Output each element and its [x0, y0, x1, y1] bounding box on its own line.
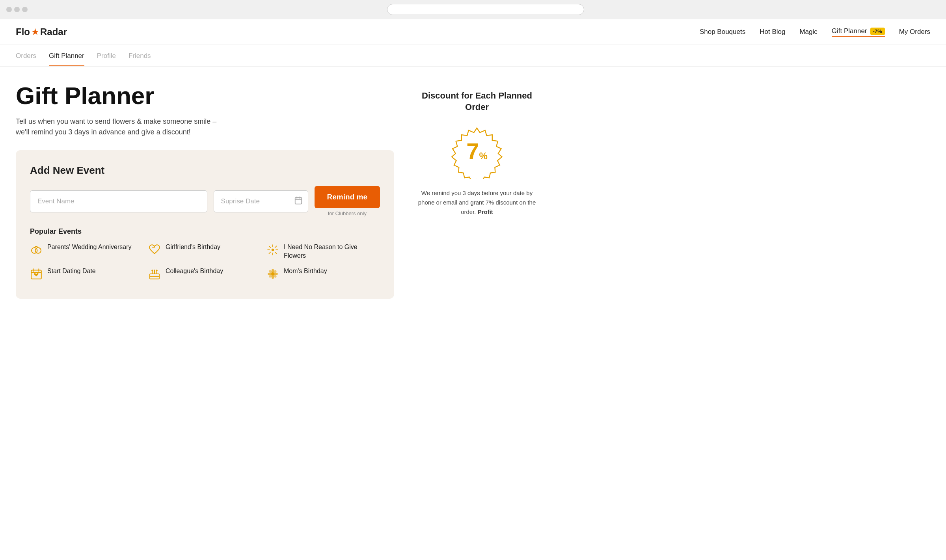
svg-line-14 — [269, 252, 270, 254]
popular-item-girlfriend-birthday[interactable]: Girlfriend's Birthday — [148, 243, 262, 260]
badge-number: 7 — [466, 140, 479, 163]
nav-shop-bouquets[interactable]: Shop Bouquets — [700, 28, 745, 36]
logo[interactable]: Flo ★ Radar — [16, 26, 67, 37]
svg-line-12 — [275, 252, 277, 254]
popular-label-start-dating: Start Dating Date — [47, 267, 96, 275]
date-input[interactable] — [214, 190, 308, 212]
browser-dot-2 — [14, 7, 20, 12]
popular-label-parents-wedding: Parents' Wedding Anniversary — [47, 243, 132, 251]
main-content: Gift Planner Tell us when you want to se… — [0, 67, 552, 322]
heart-icon — [148, 244, 161, 259]
nav-hot-blog[interactable]: Hot Blog — [760, 28, 785, 36]
add-event-title: Add New Event — [30, 164, 380, 177]
popular-item-mom-birthday[interactable]: Mom's Birthday — [266, 267, 380, 283]
logo-text-1: Flo — [16, 26, 30, 37]
sparkle-icon — [266, 244, 279, 259]
browser-dot-3 — [22, 7, 28, 12]
discount-description: We remind you 3 days before your date by… — [418, 188, 536, 217]
tab-orders[interactable]: Orders — [16, 52, 36, 66]
svg-line-13 — [275, 246, 277, 248]
calendar-heart-icon — [30, 268, 43, 283]
cake-icon — [148, 268, 161, 283]
browser-chrome — [0, 0, 946, 19]
popular-item-colleague-birthday[interactable]: Colleague's Birthday — [148, 267, 262, 283]
svg-point-5 — [35, 248, 41, 253]
logo-star-icon: ★ — [32, 27, 39, 37]
logo-text-2: Radar — [40, 26, 67, 37]
clubbers-note: for Clubbers only — [328, 210, 367, 216]
popular-label-colleague-birthday: Colleague's Birthday — [166, 267, 223, 275]
discount-badge: -7% — [870, 28, 885, 35]
svg-line-11 — [269, 246, 270, 248]
svg-point-6 — [272, 249, 274, 251]
popular-item-no-reason[interactable]: I Need No Reason to Give Flowers — [266, 243, 380, 260]
date-input-wrap — [214, 190, 308, 212]
rings-icon — [30, 244, 43, 259]
add-event-box: Add New Event Remind me — [16, 150, 394, 299]
svg-point-26 — [154, 270, 155, 272]
badge-percent-symbol: % — [479, 151, 487, 162]
left-column: Gift Planner Tell us when you want to se… — [16, 82, 394, 299]
badge-container: 7 % — [418, 124, 536, 179]
address-bar[interactable] — [387, 4, 584, 15]
nav-links: Shop Bouquets Hot Blog Magic Gift Planne… — [700, 27, 930, 37]
nav-magic[interactable]: Magic — [799, 28, 817, 36]
popular-item-parents-wedding[interactable]: Parents' Wedding Anniversary — [30, 243, 143, 260]
page-title: Gift Planner — [16, 82, 394, 109]
popular-label-mom-birthday: Mom's Birthday — [284, 267, 327, 275]
browser-dot-1 — [6, 7, 12, 12]
tab-profile[interactable]: Profile — [97, 52, 116, 66]
event-form: Remind me for Clubbers only — [30, 186, 380, 216]
right-column: Discount for Each Planned Order 7 % We r… — [418, 82, 536, 299]
sub-nav: Orders Gift Planner Profile Friends — [0, 45, 946, 67]
svg-point-27 — [156, 270, 158, 272]
popular-events-title: Popular Events — [30, 227, 380, 236]
popular-label-no-reason: I Need No Reason to Give Flowers — [284, 243, 380, 260]
event-name-input[interactable] — [30, 190, 207, 212]
tab-friends[interactable]: Friends — [128, 52, 151, 66]
nav-my-orders[interactable]: My Orders — [899, 28, 930, 36]
discount-seal: 7 % — [449, 124, 505, 179]
popular-item-start-dating[interactable]: Start Dating Date — [30, 267, 143, 283]
discount-title: Discount for Each Planned Order — [418, 90, 536, 113]
browser-dots — [6, 7, 28, 12]
tab-gift-planner[interactable]: Gift Planner — [49, 52, 84, 66]
popular-events-grid: Parents' Wedding Anniversary Girlfriend'… — [30, 243, 380, 283]
popular-label-girlfriend-birthday: Girlfriend's Birthday — [166, 243, 220, 251]
flower-icon — [266, 268, 279, 283]
page-subtitle: Tell us when you want to send flowers & … — [16, 116, 229, 138]
svg-point-25 — [151, 270, 153, 272]
top-nav: Flo ★ Radar Shop Bouquets Hot Blog Magic… — [0, 19, 946, 45]
remind-btn-wrap: Remind me for Clubbers only — [315, 186, 380, 216]
remind-me-button[interactable]: Remind me — [315, 186, 380, 208]
nav-gift-planner[interactable]: Gift Planner -7% — [832, 27, 885, 37]
